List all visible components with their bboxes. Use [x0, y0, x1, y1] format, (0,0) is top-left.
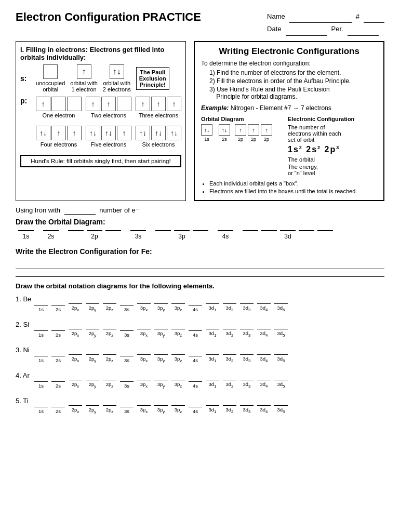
- blank-item: 2px: [69, 303, 82, 312]
- orb-3s: 3s: [130, 230, 146, 240]
- orb-name-3d: 3d: [284, 233, 291, 240]
- example-section: Example: Nitrogen - Element #7 → 7 elect…: [201, 104, 377, 112]
- ti-blanks: 1s 2s 2px 2py 2pz 3s 3px 3py 3pz 4s 3d1 …: [34, 405, 291, 414]
- per-input[interactable]: [348, 23, 379, 35]
- blank-item: 4s: [189, 381, 202, 389]
- blank-item: 3d5: [274, 380, 288, 389]
- blank-item: 4s: [189, 305, 202, 312]
- blank-item: 4s: [189, 407, 202, 414]
- blank-item: 3s: [120, 305, 134, 312]
- ex-label-2p3: 2p: [261, 137, 272, 142]
- blank-item: 3py: [154, 405, 168, 414]
- step-2: 2) Fill the electrons in order of the Au…: [209, 77, 377, 85]
- ar-blanks: 1s 2s 2px 2py 2pz 3s 3px 3py 3pz 4s 3d1 …: [34, 380, 291, 389]
- blank-item: 2s: [51, 330, 65, 338]
- two-electron-group: ↑↓ orbital with2 electrons: [103, 64, 131, 92]
- blank-item: 2pz: [103, 303, 116, 312]
- blank-item: 2px: [69, 380, 82, 389]
- p-row-2: ↑↓ ↑ ↑ Four electrons ↑↓ ↑↓ ↑ Five: [36, 126, 181, 148]
- p-box: ↑↓: [167, 126, 181, 140]
- intro-text: To determine the electron configuration:: [201, 60, 377, 67]
- left-section-title: I. Filling in electrons: Electrons get f…: [20, 46, 181, 61]
- blank-item: 1s: [34, 407, 48, 414]
- element-label-ar: 4. Ar: [16, 371, 34, 380]
- ex-label-2p2: 2p: [248, 137, 259, 142]
- element-row-ti: 5. Ti 1s 2s 2px 2py 2pz 3s 3px 3py 3pz 4…: [16, 397, 384, 414]
- element-row-si: 2. Si 1s 2s 2px 2py 2pz 3s 3px 3py 3pz 4…: [16, 321, 384, 338]
- date-input[interactable]: [286, 23, 327, 35]
- ex-label-2s: 2s: [219, 137, 230, 142]
- step-1: 1) Find the number of electrons for the …: [209, 69, 377, 76]
- blank-item: 3pz: [171, 329, 185, 338]
- orbital-diag-title: Orbital Diagram: [201, 116, 272, 122]
- element-row-be: 1. Be 1s 2s 2px 2py 2pz 3s 3px 3py 3pz 4…: [16, 295, 384, 312]
- ex-box-2p3: ↑: [261, 124, 272, 136]
- be-blanks: 1s 2s 2px 2py 2pz 3s 3px 3py 3pz 4s 3d1 …: [34, 303, 291, 312]
- iron-blank[interactable]: [64, 206, 96, 215]
- two-electron-caption: orbital with2 electrons: [103, 80, 131, 92]
- element-row-ni: 3. Ni 1s 2s 2px 2py 2pz 3s 3px 3py 3pz 4…: [16, 346, 384, 363]
- p-three-boxes: ↑ ↑ ↑: [136, 97, 181, 111]
- orb-name-2p: 2p: [91, 233, 98, 240]
- blank-item: 4s: [189, 356, 202, 363]
- blank-item: 3d2: [223, 329, 236, 338]
- config-display-area: Electronic Configuration The number of e…: [288, 116, 354, 176]
- p-six-boxes: ↑↓ ↑↓ ↑↓: [136, 126, 181, 140]
- p-box: ↑: [36, 97, 50, 111]
- draw-orbital-title: Draw the Orbital Diagram:: [16, 218, 384, 226]
- orb-2p: 2p: [68, 230, 121, 240]
- blank-item: 3d3: [240, 380, 254, 389]
- page-title: Electron Configuration PRACTICE: [16, 10, 201, 24]
- p-box: [67, 97, 82, 111]
- blank-item: 2s: [51, 407, 65, 414]
- using-iron-text: Using Iron with number of e⁻: [16, 206, 384, 215]
- date-label: Date: [267, 23, 281, 35]
- write-config-title: Write the Electron Configuration for Fe:: [16, 247, 384, 256]
- section-divider: [16, 276, 384, 277]
- blank-item: 3pz: [171, 405, 185, 414]
- blank-item: 3d1: [206, 329, 219, 338]
- blank-item: 1s: [34, 381, 48, 389]
- config-value: 1s2 2s2 2p3: [288, 145, 354, 154]
- blank-item: 3d1: [206, 354, 219, 363]
- ex-box-1s: ↑↓: [201, 124, 212, 136]
- p-five-boxes: ↑↓ ↑↓ ↑: [86, 126, 131, 140]
- orb-4s: 4s: [218, 230, 233, 240]
- blank-item: 4s: [189, 330, 202, 338]
- blank-item: 3pz: [171, 380, 185, 389]
- blank-item: 3d3: [240, 303, 254, 312]
- annotation-energy: The energy,or "n" level: [288, 164, 354, 176]
- orb-3d: 3d: [243, 230, 333, 240]
- ex-labels-row: 1s 2s 2p 2p 2p: [201, 137, 272, 142]
- blank-item: 3py: [154, 354, 168, 363]
- orb-line-1s: [18, 230, 34, 231]
- blank-item: 3pz: [171, 354, 185, 363]
- blank-item: 2py: [86, 354, 99, 363]
- ex-label-1s: 1s: [201, 137, 212, 142]
- config-answer-line[interactable]: [16, 259, 384, 269]
- ex-box-2p1: ↑: [235, 124, 246, 136]
- blank-item: 3d4: [257, 405, 271, 414]
- orb-line-4s: [218, 230, 233, 231]
- blank-item: 3px: [137, 380, 151, 389]
- hash-input[interactable]: [364, 10, 384, 23]
- orbital-diagram-row: 1s 2s 2p 3s 3p 4s: [16, 230, 384, 240]
- name-label: Name: [267, 10, 285, 22]
- blank-item: 3d1: [206, 380, 219, 389]
- blank-item: 3px: [137, 329, 151, 338]
- blank-item: 3py: [154, 380, 168, 389]
- orb-name-3p: 3p: [178, 233, 185, 240]
- blank-item: 3d2: [223, 380, 236, 389]
- p-label: p:: [20, 97, 31, 105]
- p-box: [117, 97, 131, 111]
- p-box: ↑: [117, 126, 131, 140]
- two-electrons-p-cap: Two electrons: [91, 112, 126, 118]
- name-input[interactable]: [289, 10, 352, 23]
- orb-line-3s: [130, 230, 146, 231]
- blank-item: 3s: [120, 356, 134, 363]
- orb-3p: 3p: [155, 230, 208, 240]
- blank-item: 2s: [51, 305, 65, 312]
- blank-item: 3d3: [240, 354, 254, 363]
- p-two-boxes: ↑ ↑: [86, 97, 131, 111]
- iron-suffix: number of e⁻: [99, 206, 139, 214]
